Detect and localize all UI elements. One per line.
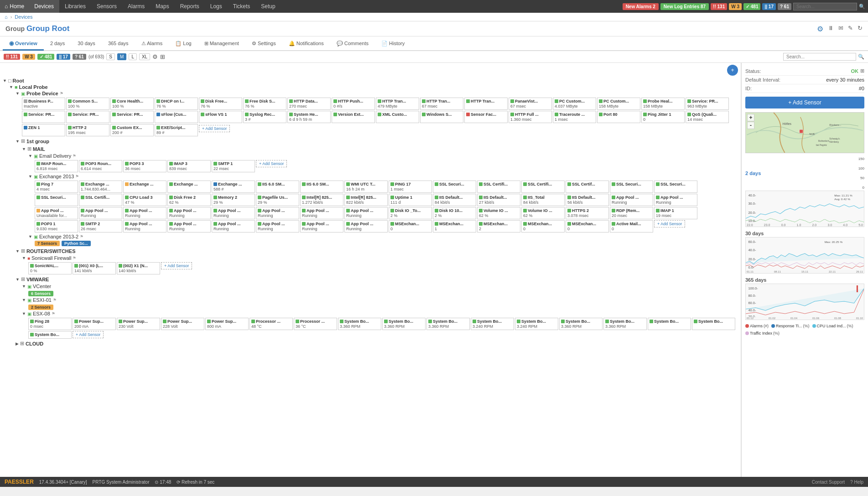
sensor-chip[interactable]: System Bo... 3.360 RPM [559,318,603,330]
sensor-chip[interactable]: DHCP on I... 76 % [155,98,198,110]
refresh-icon[interactable]: ↻ [858,25,863,33]
sensor-chip[interactable]: Free Disk S... 76 % [243,98,286,110]
sensor-chip[interactable]: Probe Heal... 158 MByte [641,98,685,110]
sensor-chip[interactable]: HTTP Data... 270 msec [287,98,331,110]
sensor-chip[interactable]: System Bo... [692,318,735,330]
sensor-chip[interactable]: Version Ext... [332,111,375,123]
sensor-chip[interactable]: Power Sup... 230 Volt [117,318,160,330]
qr-icon[interactable]: ⊞ [860,68,864,74]
sensor-chip[interactable]: System Bo... 3.360 RPM [603,318,647,330]
sensor-chip[interactable]: System Bo... [648,318,691,330]
nav-setup[interactable]: Setup [255,0,281,13]
sensor-chip[interactable]: App Pool ... Running [610,194,653,206]
size-s[interactable]: S [106,53,115,60]
sensor-chip[interactable]: HTTP Tran... [464,98,508,110]
sensor-chip[interactable]: App Pool ... Running [300,207,343,219]
size-m[interactable]: M [117,53,126,60]
sensor-chip[interactable]: App Pool ... Running [167,220,211,232]
sensor-chip[interactable]: POP3 3 36 msec [123,160,166,172]
sensor-chip[interactable]: IIS_Total 84 kbit/s [521,194,565,206]
settings-icon[interactable]: ⚙ [817,25,823,33]
sensor-chip[interactable]: IIS 6.0 SM... [256,181,299,193]
sensor-chip[interactable]: SSL Securi... [654,181,697,193]
sensor-chip[interactable]: Power Sup... 800 mA [205,318,249,330]
sensor-chip[interactable]: Ping Jitter 1 0 [641,111,685,123]
new-alarms-badge[interactable]: New Alarms 2 [623,3,659,10]
sonicwall-row[interactable]: ▼ ■ Sonicwall Firewall ⚑ [22,255,738,261]
sensor-chip[interactable]: Volume IO ... 62 % [477,207,520,219]
esxi01-row[interactable]: ▼ ▣ ESXI-01 ⚑ [22,297,738,303]
tab-overview[interactable]: ◉ Overview [3,37,44,51]
sensor-chip[interactable]: Disk IO 10... 2 % [433,207,476,219]
sensor-chip[interactable]: Port 80 [597,111,640,123]
local-probe-row[interactable]: ▼ ■ Local Probe [9,84,738,90]
add-sensor-btn[interactable]: + Add Sensor [161,262,192,269]
sensor-chip[interactable]: RDP (Rem... 20 msec [610,207,653,219]
probe-device-row[interactable]: ▼ ▣ Probe Device ⚑ [16,90,738,97]
sensor-chip[interactable]: System Bo... [28,331,72,339]
sensor-chip[interactable]: PanaeVist... 67 msec [509,98,552,110]
size-l[interactable]: L [129,53,137,60]
sensor-chip[interactable]: Pagefile Us... 29 % [256,194,299,206]
nav-alarms[interactable]: Alarms [122,0,150,13]
nav-maps[interactable]: Maps [150,0,174,13]
mail-row[interactable]: ▼ ⊞ MAIL [22,145,738,153]
sensor-chip[interactable]: Ping 28 0 msec [28,318,72,330]
sensor-chip[interactable]: HTTP Tran... 479 MByte [376,98,419,110]
sensor-chip[interactable]: Service: PR... [66,111,109,123]
tab-log[interactable]: 📋 Log [169,38,198,49]
refresh-status[interactable]: ⟳ Refresh in 7 sec [177,480,214,485]
help-link[interactable]: ? Help [850,480,863,485]
root-node-row[interactable]: ▼ □ Root [3,78,738,84]
paused-filter-badge[interactable]: || 17 [57,54,70,60]
sensor-chip[interactable]: App Pool ... Running [123,207,166,219]
sensor-chip[interactable]: App Pool ... Running [344,207,388,219]
alarm-count-badge[interactable]: !! 131 [711,3,727,10]
sensor-chip[interactable]: Processor ... 36 °C [294,318,337,330]
sensor-chip[interactable]: HTTP 2 195 msec [66,124,109,136]
sensor-chip[interactable]: Disk Free... 76 % [199,98,242,110]
sensor-chip[interactable]: IMAP 1 19 msec [654,207,697,219]
sensor-chip[interactable]: XML Custo... [376,111,419,123]
tab-alarms[interactable]: ⚠ Alarms [135,38,169,49]
breadcrumb-home[interactable]: ⌂ [5,14,8,20]
gear-filter-icon[interactable]: ⚙ [152,53,158,60]
exchange-2013-row[interactable]: ▼ ▣ Exchange 2013 ⚑ [28,173,738,180]
sensor-chip[interactable]: Exchange ... 1.744.830.464... [79,181,122,193]
tab-30days[interactable]: 30 days [71,38,102,49]
tab-settings[interactable]: ⚙ Settings [245,38,282,49]
nav-home[interactable]: ⌂ Home [0,0,29,13]
sensor-chip[interactable]: Syslog Rec... 3 # [243,111,286,123]
content-search-input[interactable] [783,53,856,61]
email-icon[interactable]: ✉ [838,25,843,33]
sensor-chip[interactable]: SMTP 2 26 msec [79,220,122,232]
tab-365days[interactable]: 365 days [102,38,135,49]
sensor-chip[interactable]: Exchange ... 588 # [212,181,255,193]
sensor-chip[interactable]: IMAP 3 839 msec [167,160,211,172]
nav-logs[interactable]: Logs [205,0,228,13]
sensor-chip[interactable]: IIS Default... 56 kbit/s [566,194,609,206]
ok-count-badge[interactable]: ✓ 481 [743,3,760,10]
sensor-chip[interactable]: PC Custom... 4.037 MByte [553,98,596,110]
sensor-chip[interactable]: MSExchan... 1 [433,220,476,232]
sensor-chip[interactable]: System Bo... 3.360 RPM [338,318,381,330]
sensor-chip[interactable]: App Pool ... Running [654,194,697,206]
sensor-chip[interactable]: Disk IO _To... 2 % [389,207,432,219]
sensor-chip[interactable]: App Pool ... Running [212,220,255,232]
sensor-chip[interactable]: Power Sup... 200 mA [73,318,116,330]
sensor-chip[interactable]: ZEN 1 [22,124,65,136]
exchange-2013-2-sensor-badge[interactable]: 7 Sensors [35,241,60,246]
size-xl[interactable]: XL [139,53,150,60]
sensor-chip[interactable]: SSL Securi... [35,194,78,206]
tab-history[interactable]: 📄 History [375,38,411,49]
esx08-row[interactable]: ▼ ▣ ESX-08 ⚑ [22,310,738,317]
contact-support-link[interactable]: Contact Support [812,480,845,485]
1st-group-row[interactable]: ▼ ⊞ 1st group [16,137,738,145]
warning-filter-badge[interactable]: W 3 [22,54,35,60]
sensor-chip[interactable]: PING 17 1 msec [389,181,432,193]
new-log-entries-badge[interactable]: New Log Entries 87 [660,3,709,10]
sensor-chip[interactable]: Service: PR... 963 MByte [686,98,729,110]
nav-sensors[interactable]: Sensors [91,0,122,13]
sensor-chip[interactable]: Business P... Inactive [22,98,65,110]
vcenter-sensor-badge[interactable]: 6 Sensors [28,291,53,296]
